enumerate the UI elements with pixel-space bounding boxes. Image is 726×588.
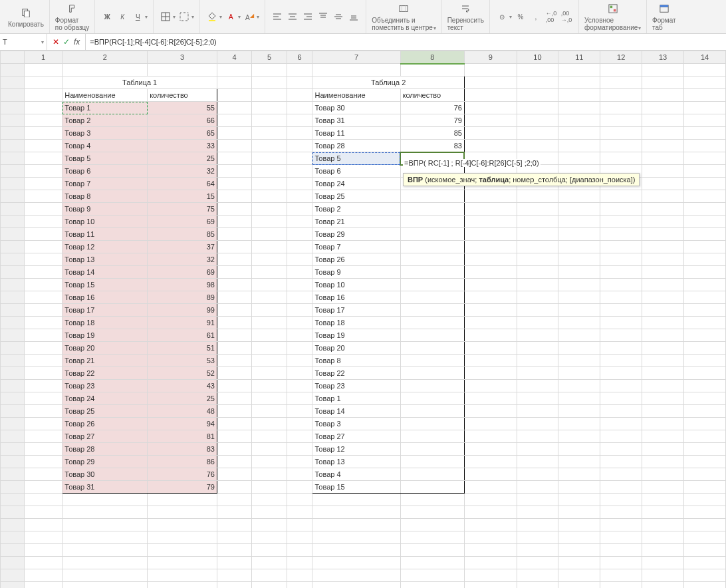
cell-r17c6[interactable]: [287, 266, 312, 279]
cell-r18c14[interactable]: [684, 279, 726, 291]
cell-r17c13[interactable]: [642, 266, 684, 279]
cell-r24c13[interactable]: [642, 355, 684, 367]
cell-r17c9[interactable]: [464, 266, 517, 279]
cell-r8c2[interactable]: Товар 5: [62, 152, 148, 165]
cell-r16c10[interactable]: [517, 253, 558, 266]
cell-r7c2[interactable]: Товар 4: [62, 140, 148, 152]
increase-decimal-button[interactable]: ←,0,00: [544, 10, 558, 23]
cell-r18c5[interactable]: [252, 279, 287, 291]
cell-r30c13[interactable]: [642, 430, 684, 443]
cell-r15c3[interactable]: 37: [148, 241, 217, 253]
cell-r41c3[interactable]: [148, 569, 217, 582]
cell-r7c13[interactable]: [642, 140, 684, 152]
cell-r33c3[interactable]: 76: [148, 468, 217, 481]
cell-r8c1[interactable]: [24, 152, 62, 165]
cell-r8c13[interactable]: [642, 152, 684, 165]
cell-r18c10[interactable]: [517, 279, 558, 291]
cell-r7c12[interactable]: [600, 140, 642, 152]
cell-r14c4[interactable]: [217, 228, 251, 241]
cell-r15c6[interactable]: [287, 241, 312, 253]
cell-r23c14[interactable]: [684, 342, 726, 355]
cell-r29c6[interactable]: [287, 418, 312, 430]
cell-r25c11[interactable]: [558, 367, 600, 380]
cell-r6c14[interactable]: [684, 127, 726, 140]
cell-r7c1[interactable]: [24, 140, 62, 152]
cell-r20c3[interactable]: 99: [148, 304, 217, 317]
cell-r39c3[interactable]: [148, 544, 217, 557]
cell-r29c1[interactable]: [24, 418, 62, 430]
cell-r17c12[interactable]: [600, 266, 642, 279]
cell-r9c5[interactable]: [252, 165, 287, 178]
cell-r21c3[interactable]: 91: [148, 317, 217, 329]
cell-r38c6[interactable]: [287, 531, 312, 544]
cell-r4c10[interactable]: [517, 102, 558, 114]
cell-r13c14[interactable]: [684, 216, 726, 228]
cell-r30c2[interactable]: Товар 27: [62, 430, 148, 443]
cell-r30c12[interactable]: [600, 430, 642, 443]
cell-r15c14[interactable]: [684, 241, 726, 253]
cell-r39c1[interactable]: [24, 544, 62, 557]
cell-r5c7[interactable]: Товар 31: [312, 114, 400, 127]
cell-r41c6[interactable]: [287, 569, 312, 582]
cell-r28c14[interactable]: [684, 405, 726, 418]
cell-r19c13[interactable]: [642, 291, 684, 304]
cell-r8c12[interactable]: [600, 152, 642, 165]
cell-r23c12[interactable]: [600, 342, 642, 355]
cell-r19c14[interactable]: [684, 291, 726, 304]
cell-r5c11[interactable]: [558, 114, 600, 127]
row-header-8[interactable]: [1, 152, 25, 165]
cell-r33c12[interactable]: [600, 468, 642, 481]
cell-r25c3[interactable]: 52: [148, 367, 217, 380]
cell-r11c8[interactable]: [400, 190, 464, 203]
column-header-10[interactable]: 10: [517, 51, 558, 64]
cell-r3c14[interactable]: [684, 89, 726, 102]
cell-r28c5[interactable]: [252, 405, 287, 418]
cell-r18c4[interactable]: [217, 279, 251, 291]
cell-r24c2[interactable]: Товар 21: [62, 355, 148, 367]
cell-r20c9[interactable]: [464, 304, 517, 317]
cell-r23c10[interactable]: [517, 342, 558, 355]
cell-r23c5[interactable]: [252, 342, 287, 355]
cell-r7c3[interactable]: 33: [148, 140, 217, 152]
cell-r16c2[interactable]: Товар 13: [62, 253, 148, 266]
cell-r31c2[interactable]: Товар 28: [62, 443, 148, 456]
cell-r25c7[interactable]: Товар 22: [312, 367, 400, 380]
align-middle-button[interactable]: [332, 10, 345, 23]
cell-r21c1[interactable]: [24, 317, 62, 329]
italic-button[interactable]: К: [116, 10, 129, 23]
cell-r4c11[interactable]: [558, 102, 600, 114]
cancel-button[interactable]: ✕: [53, 37, 59, 47]
column-header-9[interactable]: 9: [464, 51, 517, 64]
cell-r4c8[interactable]: 76: [400, 102, 464, 114]
cell-r18c6[interactable]: [287, 279, 312, 291]
cell-r12c7[interactable]: Товар 2: [312, 203, 400, 216]
cell-r6c5[interactable]: [252, 127, 287, 140]
cell-r27c10[interactable]: [517, 392, 558, 405]
cell-r29c7[interactable]: Товар 3: [312, 418, 400, 430]
align-right-button[interactable]: [301, 10, 314, 23]
cell-r6c4[interactable]: [217, 127, 251, 140]
cell-r26c13[interactable]: [642, 380, 684, 392]
cell-r38c14[interactable]: [684, 531, 726, 544]
cell-r14c13[interactable]: [642, 228, 684, 241]
cell-r20c7[interactable]: Товар 17: [312, 304, 400, 317]
row-header-5[interactable]: [1, 114, 25, 127]
row-header-24[interactable]: [1, 355, 25, 367]
cell-r17c2[interactable]: Товар 14: [62, 266, 148, 279]
cell-r35c12[interactable]: [600, 494, 642, 506]
cell-r40c4[interactable]: [217, 557, 251, 569]
align-left-button[interactable]: [271, 10, 284, 23]
cell-r13c13[interactable]: [642, 216, 684, 228]
row-header-29[interactable]: [1, 418, 25, 430]
cell-r31c3[interactable]: 83: [148, 443, 217, 456]
cell-r31c6[interactable]: [287, 443, 312, 456]
cell-r23c8[interactable]: [400, 342, 464, 355]
cell-r21c9[interactable]: [464, 317, 517, 329]
cell-r18c7[interactable]: Товар 10: [312, 279, 400, 291]
cell-r4c5[interactable]: [252, 102, 287, 114]
cell-r21c10[interactable]: [517, 317, 558, 329]
cell-r6c11[interactable]: [558, 127, 600, 140]
cell-r11c1[interactable]: [24, 190, 62, 203]
cell-r27c11[interactable]: [558, 392, 600, 405]
cell-r35c3[interactable]: [148, 494, 217, 506]
